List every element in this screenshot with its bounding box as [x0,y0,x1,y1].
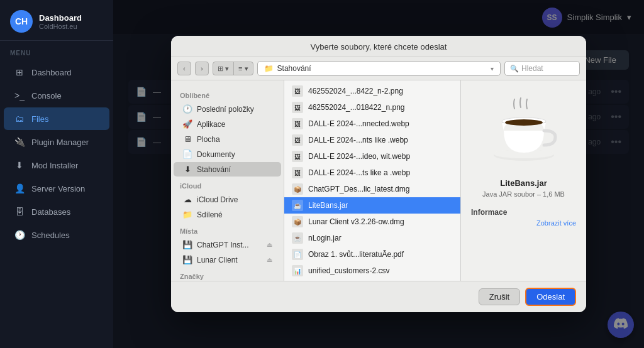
modal-sidebar: Oblíbené 🕐Poslední položky🚀Aplikace🖥Ploc… [171,80,284,281]
file-type-icon: 🖼 [292,102,303,113]
sidebar-title-block: Dashboard ColdHost.eu [39,13,82,30]
file-type-icon: 📦 [292,216,303,227]
dashboard-icon: ⊞ [14,67,25,78]
modal-sidebar-item-dokumenty[interactable]: 📄Dokumenty [174,147,281,161]
modal-sidebar-label: Stahování [197,165,231,174]
stahování-icon: ⬇ [182,165,192,174]
sidebar-logo: CH [10,10,33,33]
modal-toolbar: ‹ › ⊞ ▾ ≡ ▾ 📁 Stahování ▾ 🔍 Hledat [171,57,586,80]
modal-search-bar[interactable]: 🔍 Hledat [504,61,580,76]
modal-file-item[interactable]: 🖼DALL-E 2024-...ideo, wit.webp [284,148,460,165]
file-type-icon: 🖼 [292,134,303,146]
lunar-client-icon: 💾 [182,255,192,264]
modal-sidebar-item-plocha[interactable]: 🖥Plocha [174,132,281,146]
modal-file-item[interactable]: 🖼DALL-E 2024-...ts like a .webp [284,165,460,181]
modal-sidebar-label: Dokumenty [197,150,235,159]
sidebar-item-console[interactable]: >_Console [4,84,109,107]
modal-file-item[interactable]: 🖼462552024_...018422_n.png [284,99,460,116]
folder-icon: 📁 [264,64,274,73]
sidebar-title-main: Dashboard [39,13,82,23]
view-toggle[interactable]: ⊞ ▾ ≡ ▾ [213,62,253,75]
modal-file-item[interactable]: ☕nLogin.jar [284,230,460,246]
modal-file-name: LiteBans.jar [308,201,348,210]
sidebar-title-sub: ColdHost.eu [39,23,82,30]
file-type-icon: 🖼 [292,151,303,162]
modal-preview: LiteBans.jar Java JAR soubor – 1,6 MB In… [460,80,586,281]
cancel-button[interactable]: Zrušit [479,288,521,305]
modal-file-item[interactable]: 🖼DALL-E 2024-...nts like .webp [284,132,460,148]
modal-sidebar-item-stahování[interactable]: ⬇Stahování [174,162,281,177]
icloud-drive-icon: ☁ [182,195,192,204]
preview-filename: LiteBans.jar [500,178,547,188]
modal-footer: Zrušit Odeslat [171,281,586,312]
modal-sidebar-label: Sdílené [197,210,223,219]
sidebar-item-label: Plugin Manager [31,138,89,147]
modal-sidebar-item-sdilene[interactable]: 📁Sdílené [174,207,281,222]
modal-file-name: DALL-E 2024-...nnected.webp [308,119,409,128]
modal-file-item[interactable]: 📦ChatGPT_Des...lic_latest.dmg [284,181,460,197]
modal-file-item[interactable]: 🖼DALL-E 2024-...nnected.webp [284,116,460,132]
modal-sidebar-label: Plocha [197,135,220,144]
modal-header: Vyberte soubory, které chcete odeslat [171,36,586,57]
mista-items: 💾ChatGPT Inst...⏏💾Lunar Client⏏ [171,237,284,267]
sidebar-item-label: Schedules [31,231,70,240]
schedules-icon: 🕐 [14,229,25,241]
modal-file-item[interactable]: 📦Lunar Client v3.2.26-ow.dmg [284,214,460,230]
modal-file-name: Obraz 1. svůt...literatuÃe.pdf [308,250,404,259]
modal-sidebar-item-icloud-drive[interactable]: ☁iCloud Drive [174,192,281,207]
modal-sidebar-item-chatgpt-inst[interactable]: 💾ChatGPT Inst...⏏ [174,237,281,252]
dokumenty-icon: 📄 [182,150,192,159]
sidebar-item-server-version[interactable]: 👤Server Version [4,177,109,200]
server-version-icon: 👤 [14,183,25,194]
sidebar: CH Dashboard ColdHost.eu MENU ⊞Dashboard… [0,0,113,348]
modal-sidebar-item-aplikace[interactable]: 🚀Aplikace [174,117,281,131]
modal-file-name: DALL-E 2024-...ts like a .webp [308,168,410,177]
file-picker-modal: Vyberte soubory, které chcete odeslat ‹ … [171,36,586,312]
modal-file-item[interactable]: 📄Obraz 1. svůt...literatuÃe.pdf [284,246,460,263]
plocha-icon: 🖥 [182,134,192,144]
console-icon: >_ [14,90,25,101]
sidebar-item-label: Files [31,114,48,124]
location-bar[interactable]: 📁 Stahování ▾ [257,61,501,76]
chatgpt-inst-icon: 💾 [182,240,192,249]
modal-sidebar-label: Lunar Client [197,256,238,264]
grid-view-button[interactable]: ⊞ ▾ [213,62,234,75]
sidebar-item-label: Console [31,91,62,101]
sidebar-item-files[interactable]: 🗂Files [4,107,109,130]
aplikace-icon: 🚀 [182,119,192,129]
send-button[interactable]: Odeslat [525,288,576,306]
svg-point-5 [505,119,543,126]
modal-file-item[interactable]: 📊unified_customers-2.csv [284,263,460,279]
sidebar-item-label: Mod Installer [31,161,78,170]
sidebar-item-plugin-manager[interactable]: 🔌Plugin Manager [4,131,109,153]
icloud-label: iCloud [171,177,284,192]
modal-sidebar-label: Poslední položky [197,105,254,114]
sidebar-item-schedules[interactable]: 🕐Schedules [4,224,109,246]
location-chevron-icon: ▾ [491,65,494,72]
sidebar-item-label: Dashboard [31,68,72,77]
nav-forward-button[interactable]: › [195,62,209,75]
modal-sidebar-label: Aplikace [197,120,225,129]
sidebar-item-mod-installer[interactable]: ⬇Mod Installer [4,154,109,177]
sidebar-nav: ⊞Dashboard>_Console🗂Files🔌Plugin Manager… [0,60,113,247]
plugin-manager-icon: 🔌 [14,136,25,148]
file-type-icon: 📄 [292,249,303,260]
modal-file-name: DALL-E 2024-...nts like .webp [308,136,408,144]
preview-more-link[interactable]: Zobrazit více [536,219,576,227]
modal-file-name: 462552024_...018422_n.png [308,103,405,112]
modal-sidebar-item-lunar-client[interactable]: 💾Lunar Client⏏ [174,253,281,267]
main-area: SS Simplik Simplik ▾ Upload New File 📄 —… [113,0,644,348]
modal-file-name: DALL-E 2024-...ideo, wit.webp [308,152,410,161]
modal-file-name: Lunar Client v3.2.26-ow.dmg [308,217,404,226]
files-icon: 🗂 [14,113,25,124]
modal-file-item[interactable]: ☕LiteBans.jar [284,197,460,214]
sidebar-item-databases[interactable]: 🗄Databases [4,200,109,223]
list-view-button[interactable]: ≡ ▾ [234,62,252,75]
sdilene-icon: 📁 [182,210,192,219]
preview-description: Java JAR soubor – 1,6 MB [482,190,565,198]
sidebar-item-dashboard[interactable]: ⊞Dashboard [4,61,109,84]
modal-file-name: unified_customers-2.csv [308,266,389,275]
modal-sidebar-item-posledni[interactable]: 🕐Poslední položky [174,102,281,116]
modal-file-item[interactable]: 🖼462552024_...8422_n-2.png [284,83,460,99]
nav-back-button[interactable]: ‹ [177,62,191,75]
